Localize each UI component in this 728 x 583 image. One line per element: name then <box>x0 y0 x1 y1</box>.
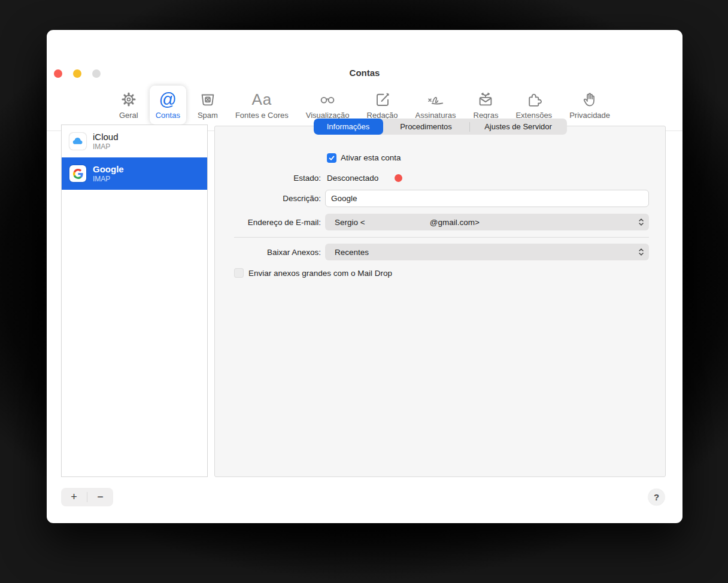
rules-envelope-icon <box>477 90 495 109</box>
account-text: iCloud IMAP <box>93 132 119 151</box>
popup-chevrons-icon <box>638 217 645 229</box>
fonts-aa-icon: Aa <box>251 90 272 109</box>
hand-icon <box>581 90 599 109</box>
account-list: iCloud IMAP Google IMAP <box>61 125 208 477</box>
account-protocol: IMAP <box>93 175 124 183</box>
download-attachments-popup[interactable]: Recentes <box>325 244 649 260</box>
description-input[interactable] <box>325 190 649 207</box>
attachments-value: Recentes <box>335 248 369 257</box>
add-account-button[interactable]: + <box>61 488 87 506</box>
help-button[interactable]: ? <box>648 489 665 505</box>
account-name: Google <box>93 164 124 175</box>
account-row-google[interactable]: Google IMAP <box>62 157 207 190</box>
enable-account-label: Ativar esta conta <box>341 153 401 162</box>
status-value: Desconectado <box>327 174 378 183</box>
tab-informacoes[interactable]: Informações <box>314 119 383 135</box>
email-label: Endereço de E-mail: <box>215 218 321 227</box>
email-value-suffix: @gmail.com> <box>430 218 480 227</box>
toolbar-item-contas[interactable]: @ Contas <box>150 86 186 125</box>
toolbar-item-geral[interactable]: Geral <box>113 86 144 125</box>
maildrop-checkbox[interactable] <box>234 268 244 278</box>
account-protocol: IMAP <box>93 142 119 151</box>
maildrop-label: Enviar anexos grandes com o Mail Drop <box>248 269 392 278</box>
attachments-label: Baixar Anexos: <box>215 248 321 257</box>
form-divider <box>234 237 649 238</box>
account-name: iCloud <box>93 132 119 142</box>
add-remove-control: + − <box>61 488 113 506</box>
desktop-shadow-background: Contas Geral @ Contas <box>0 0 728 583</box>
enable-account-checkbox[interactable] <box>327 153 336 163</box>
toolbar-label: Geral <box>119 111 138 120</box>
tab-procedimentos[interactable]: Procedimentos <box>383 119 469 135</box>
description-label: Descrição: <box>215 194 321 203</box>
checkmark-icon <box>328 154 335 162</box>
popup-chevrons-icon <box>638 247 645 259</box>
remove-account-button[interactable]: − <box>87 488 113 506</box>
junk-basket-icon <box>199 90 217 109</box>
toolbar-label: Contas <box>156 111 180 120</box>
gear-icon <box>120 90 138 109</box>
signature-icon <box>426 90 446 109</box>
glasses-icon <box>318 90 337 109</box>
status-label: Estado: <box>215 174 321 183</box>
compose-icon <box>374 90 392 109</box>
email-value-prefix: Sergio < <box>335 218 365 227</box>
tab-ajustes-de-servidor[interactable]: Ajustes de Servidor <box>470 119 567 135</box>
at-icon: @ <box>159 90 177 109</box>
offline-status-dot <box>395 174 402 182</box>
icloud-icon <box>69 133 86 150</box>
google-icon <box>69 165 86 182</box>
mail-preferences-window: Contas Geral @ Contas <box>47 30 682 523</box>
account-row-icloud[interactable]: iCloud IMAP <box>62 125 207 157</box>
email-address-popup[interactable]: Sergio < @gmail.com> <box>325 214 649 230</box>
tabbar-wrap: Informações Procedimentos Ajustes de Ser… <box>214 119 666 135</box>
account-settings-panel: Ativar esta conta Estado: Desconectado D… <box>214 126 666 477</box>
account-text: Google IMAP <box>93 164 124 183</box>
window-title: Contas <box>47 68 682 78</box>
puzzle-icon <box>525 90 543 109</box>
account-tabs: Informações Procedimentos Ajustes de Ser… <box>314 119 567 135</box>
